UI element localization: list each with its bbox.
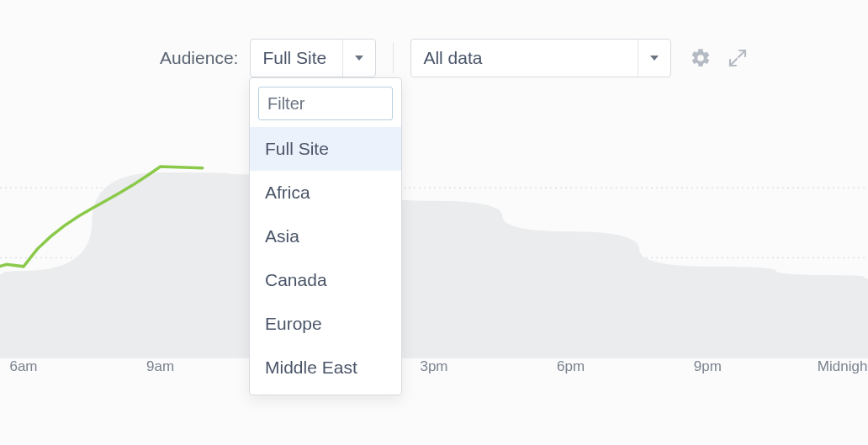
x-tick: Midnight — [818, 358, 868, 375]
toolbar-divider — [393, 43, 394, 73]
expand-button[interactable] — [725, 45, 750, 71]
chevron-down-icon — [343, 40, 375, 77]
audience-option[interactable]: Asia — [250, 215, 401, 258]
audience-dropdown: Full SiteAfricaAsiaCanadaEuropeMiddle Ea… — [249, 77, 402, 395]
audience-label: Audience: — [160, 48, 238, 68]
x-tick: 3pm — [420, 358, 447, 375]
audience-filter — [258, 87, 393, 120]
audience-option[interactable]: Full Site — [250, 127, 401, 171]
audience-option[interactable]: Canada — [250, 258, 401, 302]
x-tick: 9am — [146, 358, 174, 375]
audience-option[interactable]: Middle East — [250, 346, 401, 389]
audience-select-value: Full Site — [251, 40, 343, 77]
chevron-down-icon — [638, 40, 670, 77]
audience-select[interactable]: Full Site — [250, 39, 376, 77]
chart-series-previous — [0, 172, 868, 358]
x-tick: 6pm — [557, 358, 585, 375]
gear-icon — [690, 47, 712, 69]
audience-filter-input[interactable] — [258, 87, 393, 120]
chart-x-axis: 6am9am12pm3pm6pm9pmMidnight — [0, 358, 868, 384]
audience-option[interactable]: Europe — [250, 302, 401, 346]
settings-button[interactable] — [688, 45, 713, 71]
data-select[interactable]: All data — [410, 39, 671, 77]
expand-icon — [728, 48, 748, 68]
toolbar: Audience: Full Site All data — [0, 39, 868, 77]
traffic-chart — [0, 140, 868, 358]
x-tick: 6am — [9, 358, 37, 375]
audience-option[interactable]: Africa — [250, 171, 401, 215]
audience-option-list: Full SiteAfricaAsiaCanadaEuropeMiddle Ea… — [250, 127, 401, 395]
data-select-value: All data — [411, 40, 638, 77]
x-tick: 9pm — [694, 358, 722, 375]
